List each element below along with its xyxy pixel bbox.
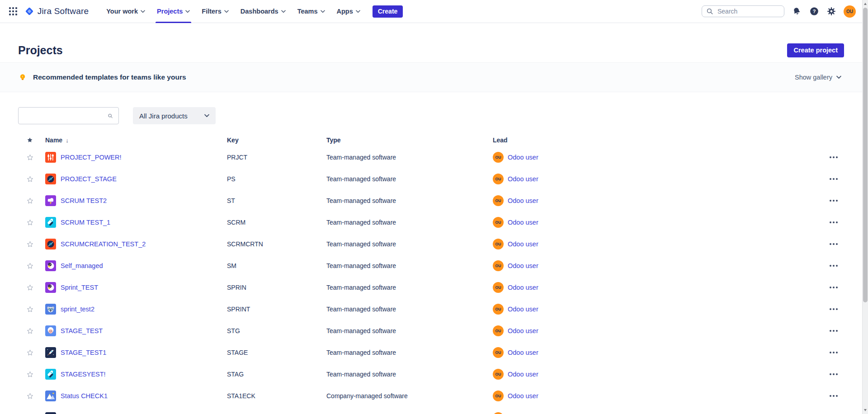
favorite-star-icon[interactable]	[26, 327, 34, 335]
scrollbar-up-arrow-icon[interactable]	[864, 3, 867, 5]
help-button[interactable]: ?	[809, 6, 819, 16]
favorite-star-icon[interactable]	[26, 197, 34, 205]
lead-name-link[interactable]: Odoo user	[508, 219, 538, 226]
more-actions-icon[interactable]	[829, 220, 839, 225]
more-actions-icon[interactable]	[829, 285, 839, 290]
more-actions-icon[interactable]	[829, 198, 839, 203]
project-name-link[interactable]: PROJECT_POWER!	[61, 154, 122, 161]
lead-name-link[interactable]: Odoo user	[508, 306, 538, 313]
more-actions-icon[interactable]	[829, 328, 839, 334]
settings-button[interactable]	[826, 6, 836, 16]
scrollbar-down-arrow-icon[interactable]	[864, 409, 867, 411]
rockets-icon	[45, 217, 56, 228]
more-actions-icon[interactable]	[829, 155, 839, 160]
project-name-link[interactable]: Status CHECK1	[61, 392, 108, 400]
row-name-cell: PROJECT_POWER!	[45, 152, 227, 163]
project-key: STAGE	[227, 349, 326, 356]
vertical-scrollbar[interactable]	[862, 0, 868, 414]
nav-item-apps[interactable]: Apps	[331, 0, 366, 23]
lead-name-link[interactable]: Odoo user	[508, 392, 538, 400]
project-type: Team-managed software	[326, 240, 493, 248]
jira-logo-text: Jira Software	[38, 6, 89, 16]
nav-right-cluster: ?	[702, 5, 856, 18]
row-actions-cell	[812, 285, 844, 290]
more-actions-icon[interactable]	[829, 263, 839, 268]
more-actions-icon[interactable]	[829, 306, 839, 312]
row-name-cell: Status CHECK1	[45, 390, 227, 401]
project-name-link[interactable]: sprint_test2	[61, 306, 94, 313]
project-type: Team-managed software	[326, 284, 493, 291]
favorite-star-icon[interactable]	[26, 219, 34, 226]
lead-name-link[interactable]: Odoo user	[508, 240, 538, 248]
app-switcher-icon[interactable]	[9, 7, 17, 15]
row-star-cell	[18, 240, 45, 248]
products-filter-dropdown[interactable]: All Jira products	[133, 107, 216, 124]
more-actions-icon[interactable]	[829, 350, 839, 355]
lead-name-link[interactable]: Odoo user	[508, 197, 538, 204]
more-actions-icon[interactable]	[829, 241, 839, 247]
more-actions-icon[interactable]	[829, 393, 839, 399]
project-name-link[interactable]: STAGE_TEST	[61, 327, 103, 334]
bell-icon	[792, 6, 802, 17]
user-avatar[interactable]: OU	[844, 5, 856, 18]
project-name-link[interactable]: Sprint_TEST	[61, 284, 98, 291]
favorite-star-icon[interactable]	[26, 349, 34, 357]
favorite-star-icon[interactable]	[26, 154, 34, 161]
nav-item-teams[interactable]: Teams	[292, 0, 331, 23]
row-star-cell	[18, 392, 45, 400]
favorite-star-icon[interactable]	[26, 240, 34, 248]
lead-name-link[interactable]: Odoo user	[508, 327, 538, 334]
header-lead[interactable]: Lead	[493, 136, 812, 144]
nav-item-projects[interactable]: Projects	[151, 0, 196, 23]
favorite-star-icon[interactable]	[26, 175, 34, 183]
more-actions-icon[interactable]	[829, 176, 839, 182]
project-key: ST	[227, 197, 326, 204]
favorite-star-icon[interactable]	[26, 284, 34, 292]
lead-name-link[interactable]: Odoo user	[508, 284, 538, 291]
project-name-link[interactable]: SCRUM TEST_1	[61, 219, 110, 226]
create-project-button[interactable]: Create project	[787, 43, 844, 57]
project-name-link[interactable]: SCRUMCREATION_TEST_2	[61, 240, 146, 248]
lead-name-link[interactable]: Odoo user	[508, 262, 538, 269]
project-name-link[interactable]: STAGESYEST!	[61, 371, 106, 378]
create-button[interactable]: Create	[373, 5, 403, 18]
templates-banner-left: Recommended templates for teams like you…	[18, 73, 186, 82]
star-filled-icon	[26, 136, 33, 144]
scrollbar-thumb[interactable]	[863, 8, 868, 302]
jira-logo[interactable]: Jira Software	[24, 6, 89, 16]
header-type[interactable]: Type	[326, 136, 493, 144]
more-actions-icon[interactable]	[829, 372, 839, 377]
lead-name-link[interactable]: Odoo user	[508, 154, 538, 161]
global-search-input[interactable]	[717, 7, 775, 15]
row-lead-cell: OU Odoo user	[493, 152, 812, 163]
header-key[interactable]: Key	[227, 136, 326, 144]
project-row: PROJECT_POWER! PRJCT Team-managed softwa…	[18, 146, 844, 168]
lead-name-link[interactable]: Odoo user	[508, 371, 538, 378]
global-search[interactable]	[702, 5, 784, 17]
project-type: Team-managed software	[326, 349, 493, 356]
favorite-star-icon[interactable]	[26, 306, 34, 313]
project-name-link[interactable]: STAGE_TEST1	[61, 349, 106, 356]
project-name-link[interactable]: SCRUM TEST2	[61, 197, 107, 204]
favorite-star-icon[interactable]	[26, 392, 34, 400]
header-star-cell	[18, 136, 45, 144]
nav-item-dashboards[interactable]: Dashboards	[235, 0, 292, 23]
notifications-button[interactable]	[792, 6, 802, 17]
favorite-star-icon[interactable]	[26, 371, 34, 378]
header-name[interactable]: Name ↓	[45, 136, 227, 144]
projects-search[interactable]	[18, 107, 119, 124]
nav-item-filters[interactable]: Filters	[196, 0, 235, 23]
lead-name-link[interactable]: Odoo user	[508, 175, 538, 183]
nav-item-label: Dashboards	[241, 8, 278, 15]
favorite-star-icon[interactable]	[26, 262, 34, 270]
project-name-link[interactable]: PROJECT_STAGE	[61, 175, 117, 183]
project-name-link[interactable]: Self_managed	[61, 262, 103, 269]
page-title: Projects	[18, 44, 63, 57]
nav-item-your-work[interactable]: Your work	[100, 0, 151, 23]
row-star-cell	[18, 349, 45, 357]
show-gallery-button[interactable]: Show gallery	[792, 73, 844, 81]
mountains-icon	[45, 390, 56, 401]
project-key: SM	[227, 262, 326, 269]
projects-search-input[interactable]	[24, 112, 108, 120]
lead-name-link[interactable]: Odoo user	[508, 349, 538, 356]
